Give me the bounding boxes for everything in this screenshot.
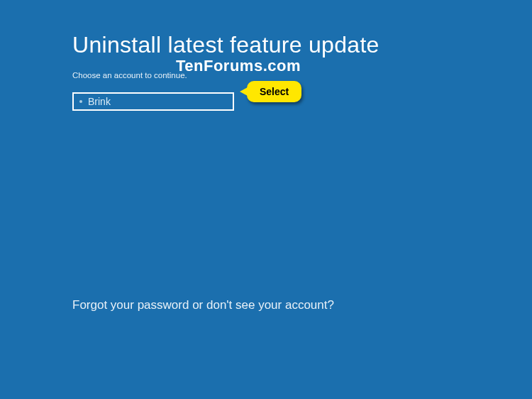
page-title: Uninstall latest feature update <box>72 32 532 58</box>
forgot-password-link[interactable]: Forgot your password or don't see your a… <box>72 298 334 312</box>
account-bullet-icon <box>79 100 82 103</box>
account-item[interactable]: Brink <box>72 92 234 111</box>
watermark-text: TenForums.com <box>176 57 301 75</box>
account-name: Brink <box>88 96 111 107</box>
page-subtitle: Choose an account to continue. <box>72 71 532 80</box>
select-callout: Select <box>247 81 301 102</box>
